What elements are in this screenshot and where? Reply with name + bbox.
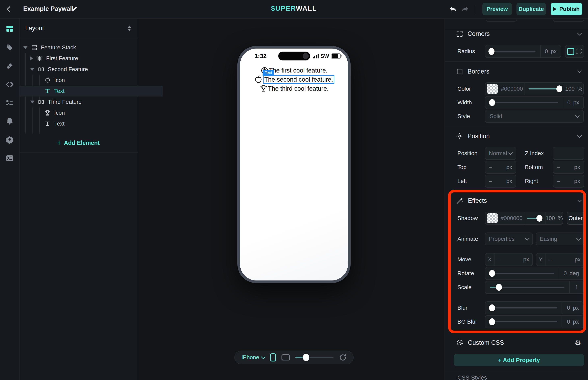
tree-item-icon[interactable]: Icon [19,107,163,118]
move-y-input[interactable]: Y – px [536,253,584,266]
canvas[interactable]: 1:32 SW The first cool feature. [138,18,445,380]
position-mode-select[interactable]: Normal [485,147,516,160]
animate-easing-select[interactable]: Easing [536,232,584,246]
corners-section-header[interactable]: Corners [456,29,581,38]
radius-value[interactable]: 0 [545,48,548,55]
add-property-button[interactable]: + Add Property [454,354,584,366]
add-element-button[interactable]: + Add Element [19,137,138,148]
feature-text[interactable]: The second cool feature. [264,76,333,83]
checklist-icon[interactable] [5,98,14,107]
redo-icon[interactable] [461,5,469,13]
landscape-mode-icon[interactable] [281,354,290,361]
feature-row-3[interactable]: The third cool feature. [259,84,329,93]
border-color-hex[interactable]: #000000 [501,86,523,92]
feature-text[interactable]: The third cool feature. [268,85,329,92]
shadow-color-swatch[interactable] [487,213,498,223]
bgblur-slider[interactable] [490,321,557,322]
publish-button[interactable]: Publish [551,3,582,15]
top-input[interactable]: – px [485,161,516,174]
layout-panel-icon[interactable] [5,25,14,33]
left-input[interactable]: – px [485,175,516,188]
blur-slider[interactable] [490,307,557,308]
border-width-knob[interactable] [489,99,495,106]
left-label: Left [457,178,467,184]
bgblur-value[interactable]: 0 [567,319,570,325]
shadow-mode-button[interactable]: Outer [567,212,584,225]
effects-section-header[interactable]: Effects [456,196,581,205]
tree-item-second-feature[interactable]: Second Feature [19,64,149,75]
feature-row-2[interactable]: Text The second cool feature. [254,75,334,84]
border-width-slider[interactable] [490,102,558,103]
color-swatch[interactable] [487,84,498,94]
shadow-opacity-value[interactable]: 100 [546,215,555,221]
portrait-mode-icon[interactable] [270,353,276,362]
caret-right-icon[interactable] [30,56,33,61]
custom-css-section-header[interactable]: Custom CSS ⚙ [456,338,581,347]
tag-icon[interactable] [5,43,14,52]
preview-button[interactable]: Preview [482,3,512,15]
move-x-input[interactable]: X – px [485,253,533,266]
caret-down-icon[interactable] [30,68,35,71]
border-width-value[interactable]: 0 [567,99,570,106]
uniform-radius-button[interactable] [567,48,574,55]
chevron-down-icon[interactable] [577,198,582,203]
edit-title-icon[interactable] [71,6,78,13]
blur-slider-knob[interactable] [489,304,495,311]
animate-properties-select[interactable]: Properties [485,232,533,246]
scale-slider[interactable] [490,287,564,288]
border-opacity-slider[interactable] [529,88,560,90]
code-icon[interactable] [5,80,14,89]
back-button[interactable] [4,5,14,14]
tree-item-first-feature[interactable]: First Feature [19,53,149,64]
tree-item-feature-stack[interactable]: Feature Stack [19,42,142,53]
terminal-icon[interactable] [5,154,14,162]
zoom-slider[interactable] [295,357,334,358]
tree-item-icon[interactable]: Icon [19,75,163,86]
sort-icon[interactable] [127,25,132,32]
tree-item-text-selected[interactable]: Text [19,86,163,96]
iphone-screen[interactable]: 1:32 SW The first cool feature. [240,49,348,281]
rotate-slider-knob[interactable] [489,270,495,277]
bgblur-slider-knob[interactable] [489,318,495,325]
position-section-header[interactable]: Position [456,132,581,141]
chevron-down-icon[interactable] [577,69,582,73]
border-opacity-value[interactable]: 100 [565,86,575,92]
zindex-input[interactable] [553,147,584,160]
scale-slider-knob[interactable] [496,284,502,291]
reset-zoom-icon[interactable] [339,354,346,361]
paintbrush-icon[interactable] [5,62,14,70]
shadow-hex[interactable]: #000000 [501,215,523,221]
caret-down-icon[interactable] [23,46,28,49]
chevron-down-icon[interactable] [577,133,582,138]
bell-icon[interactable] [5,117,14,125]
border-style-select[interactable]: Solid [485,110,584,123]
device-select[interactable]: iPhone [242,354,265,361]
chevron-down-icon[interactable] [577,31,582,36]
shadow-opacity-knob[interactable] [536,215,542,222]
selected-feature-text[interactable]: Text The second cool feature. [263,75,334,84]
settings-gear-icon[interactable] [5,135,14,144]
radius-field[interactable]: 0 px [485,45,561,58]
zindex-label: Z Index [525,150,544,156]
rotate-slider[interactable] [490,273,554,274]
undo-icon[interactable] [449,5,457,13]
feature-text[interactable]: The first cool feature. [269,67,327,74]
per-corner-radius-button[interactable] [576,48,582,54]
right-input[interactable]: – px [553,175,584,188]
caret-down-icon[interactable] [30,100,35,103]
blur-value[interactable]: 0 [567,305,570,311]
zoom-slider-knob[interactable] [303,354,309,361]
css-settings-gear-icon[interactable]: ⚙ [575,339,581,347]
border-opacity-knob[interactable] [556,85,562,92]
duplicate-button[interactable]: Duplicate [516,3,546,15]
rotate-value[interactable]: 0 [564,270,567,277]
tree-item-third-feature[interactable]: Third Feature [19,96,149,107]
borders-section-header[interactable]: Borders [456,67,581,76]
bottom-input[interactable]: – px [553,161,584,174]
tree-label: Icon [54,77,65,83]
radius-slider-knob[interactable] [489,48,494,55]
tree-item-text[interactable]: Text [19,118,163,129]
shadow-opacity-slider[interactable] [527,218,542,219]
radius-slider[interactable] [490,51,535,52]
scale-value[interactable]: 1 [575,284,578,290]
